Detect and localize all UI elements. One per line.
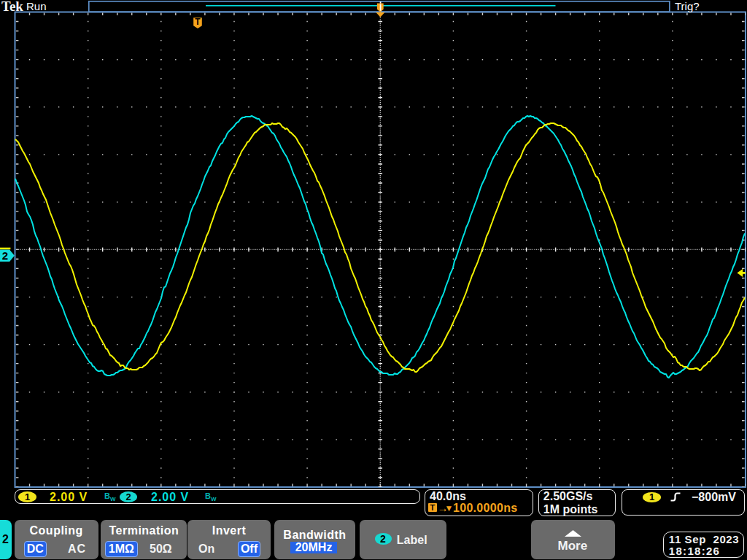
svg-text:2: 2 (2, 249, 8, 262)
svg-text:T: T (195, 17, 201, 27)
